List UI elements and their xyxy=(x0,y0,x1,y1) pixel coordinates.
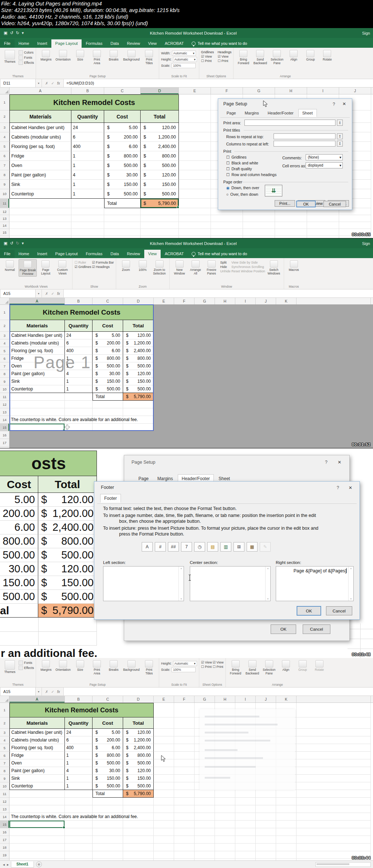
cell-A10[interactable]: Countertop xyxy=(9,385,65,393)
namebox-dropdown-icon[interactable]: ▾ xyxy=(36,688,42,696)
cell-K17[interactable] xyxy=(276,836,297,844)
cell-B7[interactable]: 1 xyxy=(71,161,104,170)
row-header-14[interactable]: 14 xyxy=(0,813,9,821)
cell-H11[interactable] xyxy=(215,790,235,798)
format-picture-button[interactable]: ✎ xyxy=(260,542,271,552)
left-section-box[interactable]: ▲▼ xyxy=(103,566,184,601)
column-header-I[interactable]: I xyxy=(235,696,256,702)
page-setup-tab-0[interactable]: Page xyxy=(223,109,240,117)
cell-F1[interactable] xyxy=(174,703,195,717)
insert-picture-button[interactable]: ▦ xyxy=(247,542,258,552)
cell-H15[interactable] xyxy=(275,229,307,236)
cell-C16[interactable] xyxy=(93,828,123,836)
column-header-A[interactable]: A xyxy=(9,87,71,94)
cell-K19[interactable] xyxy=(276,851,297,859)
arrange-button-4[interactable]: Group xyxy=(302,49,318,62)
sign-in-button[interactable]: Sign xyxy=(359,241,373,246)
save-icon[interactable]: ▣ xyxy=(4,241,7,246)
row-header-4[interactable]: 4 xyxy=(0,132,9,142)
select-all-corner[interactable] xyxy=(0,696,9,702)
formula-input[interactable] xyxy=(64,688,373,696)
row-header-1[interactable]: 1 xyxy=(0,703,9,717)
page-setup-button-1[interactable]: Orientation xyxy=(55,49,71,62)
name-box[interactable]: D11 xyxy=(0,79,36,87)
cell-I15[interactable] xyxy=(307,229,339,236)
cell-E4[interactable] xyxy=(154,736,174,744)
help-icon[interactable]: ? xyxy=(337,485,339,490)
cell-x4[interactable] xyxy=(297,736,371,744)
header-cell-Materials[interactable]: Materials xyxy=(9,717,65,729)
ribbon-tab-3[interactable]: Page Layout xyxy=(51,39,82,48)
show-checkbox-1[interactable]: ☑ Gridlines xyxy=(74,265,91,269)
column-header-F[interactable]: F xyxy=(211,87,243,94)
cell-I13[interactable] xyxy=(307,215,339,222)
cell-D9[interactable]: $150.00 xyxy=(123,775,154,782)
row-header-17[interactable]: 17 xyxy=(0,836,9,844)
cell-A6[interactable]: Fridge xyxy=(9,151,71,161)
cell-x16[interactable] xyxy=(297,828,371,836)
cell-C15[interactable] xyxy=(104,229,141,236)
cell-C7[interactable]: $500.00 xyxy=(93,759,123,767)
cell-E12[interactable] xyxy=(154,798,174,805)
row-header-11[interactable]: 11 xyxy=(0,199,9,208)
cell-C3[interactable]: $5.00 xyxy=(104,123,141,132)
cell-J14[interactable] xyxy=(256,813,276,821)
draft-quality-checkbox[interactable]: ☐Draft quality xyxy=(226,167,252,171)
cell-C3[interactable]: $5.00 xyxy=(93,729,123,736)
cell-F7[interactable] xyxy=(174,759,195,767)
cell-D7[interactable]: $500.00 xyxy=(123,759,154,767)
cell-J12[interactable] xyxy=(256,798,276,805)
zoom-button-2[interactable]: Zoom toSelection xyxy=(152,259,168,276)
cell-B12[interactable] xyxy=(65,401,93,408)
cell-D15[interactable] xyxy=(123,424,154,431)
column-header-E[interactable]: E xyxy=(154,298,174,304)
cell-D3[interactable]: $120.00 xyxy=(141,123,179,132)
cell-F12[interactable] xyxy=(174,798,195,805)
cell-F19[interactable] xyxy=(174,851,195,859)
cell-G13[interactable] xyxy=(195,805,215,813)
cell-B5[interactable]: 400 xyxy=(71,142,104,151)
window-button-0[interactable]: NewWindow xyxy=(172,259,188,276)
row-header-5[interactable]: 5 xyxy=(0,744,9,752)
row-header-7[interactable]: 7 xyxy=(0,759,9,767)
row-header-2[interactable]: 2 xyxy=(0,320,9,332)
cell-C15[interactable] xyxy=(93,424,123,431)
row-header-9[interactable]: 9 xyxy=(0,775,9,782)
arrange-button-5[interactable]: Rotate xyxy=(311,659,327,672)
cell-D9[interactable]: $150.00 xyxy=(123,378,154,385)
cell-C7[interactable]: $500.00 xyxy=(104,161,141,170)
cell-E14[interactable] xyxy=(154,813,174,821)
cell-D10[interactable]: $500.00 xyxy=(123,782,154,790)
cell-B4[interactable]: 6 xyxy=(71,132,104,142)
window-toggle-1[interactable]: Hide xyxy=(220,265,231,269)
cell-B12[interactable] xyxy=(71,208,104,215)
note-cell[interactable]: The countertop is white. Colors are avai… xyxy=(9,813,65,821)
arrange-button-3[interactable]: Align xyxy=(286,49,302,62)
row-header-13[interactable]: 13 xyxy=(0,805,9,813)
total-value-cell[interactable]: $5,790.00 xyxy=(141,199,179,208)
macros-button-0[interactable]: Macros xyxy=(286,259,302,272)
row-header-13[interactable]: 13 xyxy=(0,215,9,222)
cell-D3[interactable]: $120.00 xyxy=(123,729,154,736)
total-label-cell[interactable]: Total xyxy=(93,393,123,401)
save-icon[interactable]: ▣ xyxy=(4,31,7,35)
cell-C17[interactable] xyxy=(93,836,123,844)
cell-E2[interactable] xyxy=(154,717,174,729)
cell-B11[interactable] xyxy=(65,393,93,401)
width-field[interactable]: Width:Automatic▾ xyxy=(161,51,197,56)
cell-G16[interactable] xyxy=(195,828,215,836)
cell-B7[interactable]: 1 xyxy=(65,759,93,767)
cell-F18[interactable] xyxy=(174,844,195,851)
cell-B10[interactable]: 1 xyxy=(65,385,93,393)
cell-D5[interactable]: $2,400.00 xyxy=(123,347,154,355)
gridlines-print-checkbox[interactable]: ☐ Print xyxy=(201,59,214,63)
formula-input[interactable]: =SUM(D3:D10) xyxy=(64,79,373,87)
cell-K18[interactable] xyxy=(276,844,297,851)
show-checkbox-0[interactable]: ☑ Formula Bar xyxy=(92,261,114,264)
switch-windows-button[interactable]: SwitchWindows xyxy=(266,259,282,276)
page-setup-button-0[interactable]: Margins xyxy=(38,659,54,672)
cell-B10[interactable]: 1 xyxy=(65,782,93,790)
cell-D16[interactable] xyxy=(123,828,154,836)
cell-A18[interactable] xyxy=(9,844,65,851)
cell-F16[interactable] xyxy=(174,828,195,836)
